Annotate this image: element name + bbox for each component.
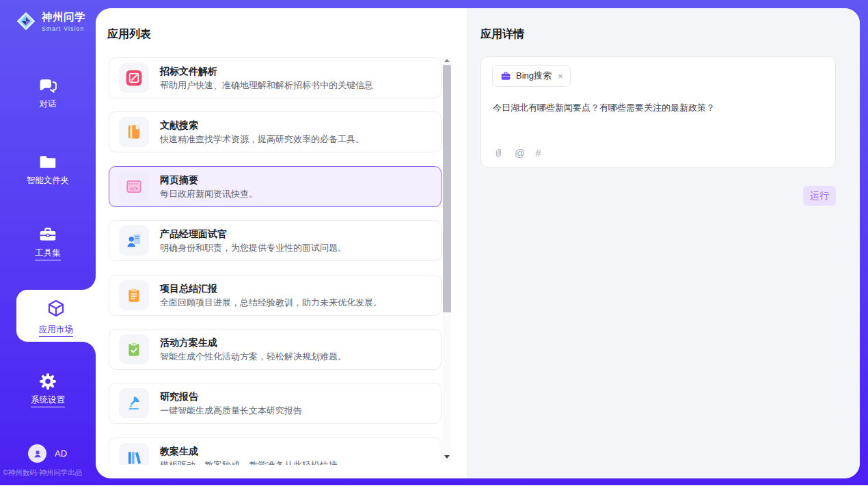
paperclip-icon[interactable] [493, 147, 504, 159]
app-desc: 明确身份和职责，为您提供专业性的面试问题。 [160, 243, 347, 252]
app-name: 招标文件解析 [160, 66, 373, 76]
toolbox-icon [38, 224, 58, 245]
app-card-research-report[interactable]: 研究报告 一键智能生成高质量长文本研究报告 [109, 383, 442, 424]
sidebar-item-toolset[interactable]: 工具集 [0, 224, 96, 260]
app-list-scrollbar [443, 56, 451, 461]
app-name: 文献搜索 [160, 120, 364, 130]
tab-fillet-bottom [82, 342, 96, 355]
sidebar-item-chat[interactable]: 对话 [0, 75, 96, 110]
tab-fillet-top [82, 276, 96, 290]
chip-close-icon[interactable]: × [558, 71, 563, 81]
sidebar-item-app-market[interactable]: 应用市场 [16, 290, 96, 342]
app-detail-title: 应用详情 [480, 27, 524, 42]
diamond-logo-icon [15, 10, 37, 32]
sidebar-item-label: 系统设置 [31, 394, 65, 407]
app-detail-panel: 应用详情 Bing搜索 × 今日湖北有哪些新闻要点？有哪些需要关注的最新政策？ [467, 8, 860, 478]
app-desc: 智能生成个性化活动方案，轻松解决规划难题。 [160, 352, 347, 361]
gear-icon [38, 371, 58, 392]
bid-document-icon [125, 69, 143, 87]
sidebar-item-label: 应用市场 [39, 324, 73, 337]
scrollbar-thumb[interactable] [443, 65, 451, 312]
sidebar-item-smart-folder[interactable]: 智能文件夹 [0, 152, 96, 187]
clipboard-icon [125, 286, 143, 304]
sidebar-item-label: 工具集 [35, 247, 61, 260]
app-desc: 每日政府新闻资讯快查。 [160, 189, 258, 198]
app-name: 项目总结汇报 [160, 284, 382, 293]
user-name: AD [55, 448, 67, 459]
chat-icon [38, 75, 58, 96]
webpage-icon: </> [125, 178, 143, 195]
prompt-card: Bing搜索 × 今日湖北有哪些新闻要点？有哪些需要关注的最新政策？ @ # [480, 56, 836, 168]
app-name: 教案生成 [160, 446, 338, 456]
books-icon [125, 449, 143, 465]
sidebar-item-settings[interactable]: 系统设置 [0, 371, 96, 407]
at-icon[interactable]: @ [515, 148, 525, 158]
copyright-text: ©神州数码·神州问学出品 [3, 468, 96, 478]
app-list: 招标文件解析 帮助用户快速、准确地理解和解析招标书中的关键信息 文献搜索 快速精… [96, 8, 467, 465]
folder-icon [38, 152, 58, 172]
person-icon [32, 448, 43, 459]
app-name: 活动方案生成 [160, 338, 347, 347]
tool-chip-label: Bing搜索 [516, 70, 552, 82]
app-desc: 模板驱动，教案秒成，教学准备从此轻松快捷 [160, 461, 338, 465]
sidebar-item-label: 对话 [40, 98, 57, 110]
sidebar-item-label: 智能文件夹 [27, 175, 70, 187]
brand-logo: 神州问学 Smart Vision [15, 10, 85, 32]
sidebar: 神州问学 Smart Vision 对话 智能文件夹 工具 [0, 0, 96, 485]
app-desc: 一键智能生成高质量长文本研究报告 [160, 406, 302, 415]
user-account[interactable]: AD [28, 444, 67, 463]
app-card-web-summary[interactable]: </> 网页摘要 每日政府新闻资讯快查。 [109, 166, 442, 207]
content-panel: 应用列表 招标文件解析 帮助用户快速、准确地理解和解析招标书中的关键信息 [96, 8, 860, 478]
quill-icon [125, 394, 143, 412]
app-desc: 快速精准查找学术资源，提高研究效率的必备工具。 [160, 135, 364, 144]
scrollbar-down-button[interactable] [443, 452, 451, 461]
app-name: 产品经理面试官 [160, 229, 347, 239]
app-card-event-plan[interactable]: 活动方案生成 智能生成个性化活动方案，轻松解决规划难题。 [109, 329, 442, 370]
briefcase-icon [500, 70, 511, 81]
brand-subtitle: Smart Vision [42, 25, 85, 32]
clipboard-check-icon [125, 340, 143, 358]
app-card-lesson-plan[interactable]: 教案生成 模板驱动，教案秒成，教学准备从此轻松快捷 [109, 437, 442, 465]
tool-chip-bing-search[interactable]: Bing搜索 × [492, 65, 571, 87]
svg-text:</>: </> [130, 185, 139, 191]
hash-icon[interactable]: # [535, 148, 541, 158]
app-window: 神州问学 Smart Vision 对话 智能文件夹 工具 [0, 0, 868, 488]
app-card-literature-search[interactable]: 文献搜索 快速精准查找学术资源，提高研究效率的必备工具。 [109, 111, 442, 152]
run-button[interactable]: 运行 [803, 186, 836, 206]
app-card-project-summary[interactable]: 项目总结汇报 全面回顾项目进展，总结经验教训，助力未来优化发展。 [109, 275, 442, 316]
cube-icon [46, 298, 66, 318]
app-name: 网页摘要 [160, 175, 258, 185]
app-card-bid-parse[interactable]: 招标文件解析 帮助用户快速、准确地理解和解析招标书中的关键信息 [109, 57, 442, 98]
app-desc: 全面回顾项目进展，总结经验教训，助力未来优化发展。 [160, 298, 382, 307]
interviewer-icon [125, 232, 143, 249]
book-icon [125, 123, 143, 141]
avatar [28, 444, 46, 463]
brand-name: 神州问学 [42, 10, 85, 25]
scrollbar-up-button[interactable] [443, 56, 451, 65]
attach-toolbar: @ # [493, 147, 541, 159]
app-card-pm-interviewer[interactable]: 产品经理面试官 明确身份和职责，为您提供专业性的面试问题。 [109, 220, 442, 261]
app-desc: 帮助用户快速、准确地理解和解析招标书中的关键信息 [160, 81, 373, 90]
query-text[interactable]: 今日湖北有哪些新闻要点？有哪些需要关注的最新政策？ [493, 102, 821, 114]
app-name: 研究报告 [160, 392, 302, 401]
